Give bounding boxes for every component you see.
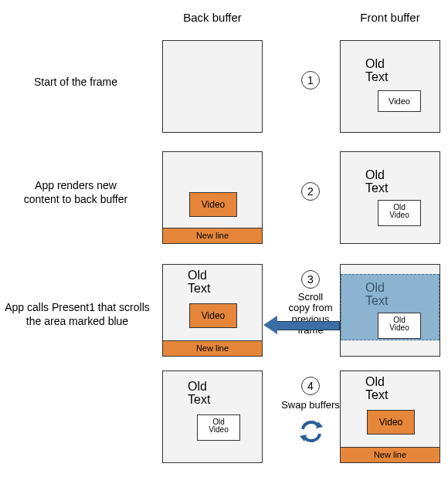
new-line-bar: New line — [341, 447, 440, 462]
old-video-box: Old Video — [378, 200, 421, 226]
back-buffer-3: Old Text Video New line — [162, 264, 263, 357]
step-marker-4: 4 — [301, 377, 320, 395]
old-text-label: Old Text — [188, 381, 210, 407]
video-orange-box: Video — [189, 303, 237, 328]
old-text-label: Old Text — [365, 58, 388, 84]
new-line-bar: New line — [163, 340, 262, 356]
old-video-box: Old Video — [197, 414, 240, 441]
row-label-1: Start of the frame — [6, 76, 145, 90]
back-buffer-2: Video New line — [162, 151, 263, 244]
swap-icon — [298, 418, 324, 445]
scroll-copy-arrow — [277, 321, 340, 330]
back-buffer-1 — [162, 40, 263, 133]
old-text-label: Old Text — [188, 269, 210, 296]
front-buffer-1: Old Text Video — [340, 40, 440, 133]
back-buffer-4: Old Text Old Video — [162, 370, 263, 463]
video-box: Video — [378, 90, 421, 112]
col-header-back: Back buffer — [162, 11, 263, 24]
old-text-label: Old Text — [365, 376, 388, 402]
video-orange-box: Video — [367, 410, 415, 435]
col-header-front: Front buffer — [340, 11, 440, 24]
step-marker-2: 2 — [301, 182, 320, 201]
row-label-3: App calls Present1 that scrolls the area… — [0, 301, 154, 328]
front-buffer-4: Old Text Video New line — [340, 370, 440, 463]
step-marker-1: 1 — [301, 71, 320, 90]
row-label-2: App renders new content to back buffer — [6, 179, 145, 206]
old-video-box: Old Video — [378, 313, 421, 339]
new-line-bar: New line — [163, 228, 262, 243]
front-buffer-2: Old Text Old Video — [340, 151, 440, 244]
old-text-label: Old Text — [365, 169, 388, 195]
old-text-label: Old Text — [365, 282, 388, 308]
diagram-stage: Back buffer Front buffer Start of the fr… — [0, 0, 448, 477]
front-buffer-3: Old Text Old Video — [340, 264, 440, 357]
step-marker-3: 3 — [301, 270, 320, 289]
video-orange-box: Video — [189, 192, 237, 217]
step-caption-4: Swap buffers — [277, 400, 344, 411]
